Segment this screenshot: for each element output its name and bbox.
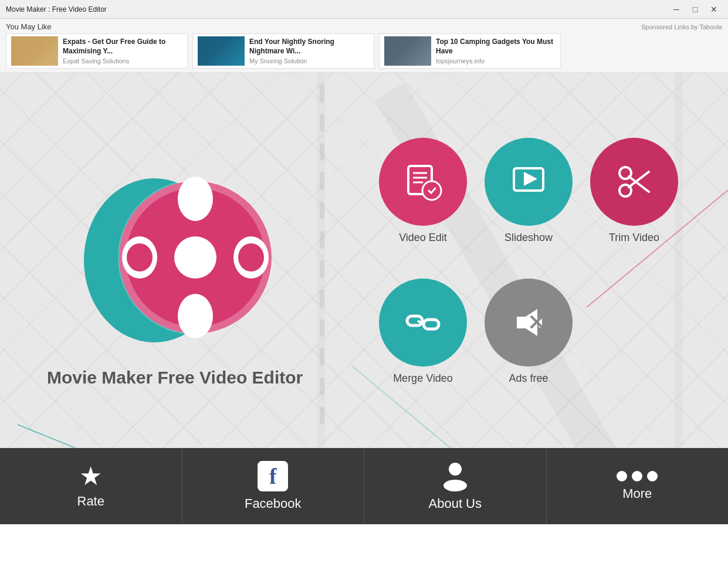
more-label: More xyxy=(622,486,652,501)
logo-graphic xyxy=(78,167,272,360)
svg-rect-12 xyxy=(320,378,324,395)
ad-item-1[interactable]: Expats - Get Our Free Guide to Maximisin… xyxy=(6,33,188,69)
svg-point-21 xyxy=(174,236,216,279)
rate-label: Rate xyxy=(77,494,104,509)
title-bar: Movie Maker : Free Video Editor ─ □ ✕ xyxy=(0,0,728,19)
about-us-icon xyxy=(440,461,470,491)
ad-bar: You May Like Sponsored Links by Taboola … xyxy=(0,19,728,73)
ads-free-button[interactable]: Ads free xyxy=(482,260,575,389)
trim-video-button[interactable]: Trim Video xyxy=(587,120,681,249)
dots-icon xyxy=(617,471,658,481)
merge-video-label: Merge Video xyxy=(393,372,453,385)
dot-2 xyxy=(632,471,642,481)
svg-rect-9 xyxy=(320,290,324,307)
facebook-icon: f xyxy=(258,461,288,491)
svg-rect-7 xyxy=(320,231,324,249)
ad-text-1: Expats - Get Our Free Guide to Maximisin… xyxy=(63,38,182,64)
trim-video-icon xyxy=(614,161,655,202)
slideshow-label: Slideshow xyxy=(504,232,553,244)
window-controls: ─ □ ✕ xyxy=(668,2,722,16)
slideshow-icon xyxy=(508,161,549,202)
video-edit-icon xyxy=(402,161,443,202)
slideshow-circle xyxy=(485,138,573,226)
about-us-button[interactable]: About Us xyxy=(364,448,547,524)
video-edit-circle xyxy=(379,138,467,226)
app-name-label: Movie Maker Free Video Editor xyxy=(47,366,303,389)
you-may-like-label: You May Like xyxy=(6,22,52,31)
ad-thumb-camping xyxy=(384,36,431,66)
main-content: Movie Maker Free Video Editor Video Edit xyxy=(0,73,728,448)
merge-video-icon xyxy=(402,302,443,343)
maximize-button[interactable]: □ xyxy=(687,2,703,16)
about-us-label: About Us xyxy=(429,496,482,511)
close-button[interactable]: ✕ xyxy=(706,2,722,16)
logo-svg xyxy=(78,167,272,354)
svg-point-48 xyxy=(449,463,462,476)
ad-title-1: Expats - Get Our Free Guide to Maximisin… xyxy=(63,38,182,56)
person-icon xyxy=(440,461,470,491)
more-button[interactable]: More xyxy=(547,448,729,524)
svg-rect-49 xyxy=(443,480,467,491)
ads-free-icon xyxy=(508,302,549,343)
ad-source-3: topsjourneys.info xyxy=(436,57,556,65)
merge-video-circle xyxy=(379,279,467,367)
svg-point-29 xyxy=(238,243,264,272)
svg-rect-5 xyxy=(320,172,324,190)
ad-header: You May Like Sponsored Links by Taboola xyxy=(6,22,722,31)
ad-item-2[interactable]: End Your Nightly Snoring Nightmare Wi...… xyxy=(192,33,374,69)
svg-rect-2 xyxy=(320,84,324,102)
ad-thumb-snoring xyxy=(198,36,245,66)
ad-items: Expats - Get Our Free Guide to Maximisin… xyxy=(6,33,722,69)
video-edit-button[interactable]: Video Edit xyxy=(376,120,470,249)
ad-title-2: End Your Nightly Snoring Nightmare Wi... xyxy=(249,38,369,56)
svg-rect-13 xyxy=(320,407,324,425)
trim-video-circle xyxy=(590,138,678,226)
ad-text-2: End Your Nightly Snoring Nightmare Wi...… xyxy=(249,38,369,64)
ad-thumb-expat xyxy=(11,36,58,66)
svg-marker-36 xyxy=(524,172,537,186)
facebook-button[interactable]: f Facebook xyxy=(182,448,365,524)
ad-source-1: Expat Saving Solutions xyxy=(63,57,182,65)
svg-point-34 xyxy=(422,181,441,200)
ads-free-label: Ads free xyxy=(509,372,548,385)
svg-rect-3 xyxy=(320,114,324,131)
feature-grid: Video Edit Slideshow xyxy=(376,120,681,389)
svg-rect-4 xyxy=(320,143,324,161)
svg-point-28 xyxy=(127,243,153,272)
minimize-button[interactable]: ─ xyxy=(668,2,685,16)
merge-video-button[interactable]: Merge Video xyxy=(376,260,470,389)
ad-item-3[interactable]: Top 10 Camping Gadgets You Must Have top… xyxy=(379,33,561,69)
svg-rect-0 xyxy=(317,73,325,448)
slideshow-button[interactable]: Slideshow xyxy=(482,120,575,249)
svg-rect-42 xyxy=(424,320,439,329)
facebook-label: Facebook xyxy=(245,496,302,511)
app-title: Movie Maker : Free Video Editor xyxy=(6,5,107,13)
ads-free-circle xyxy=(485,279,573,367)
svg-point-23 xyxy=(178,294,213,338)
sponsored-label: Sponsored Links by Taboola xyxy=(641,23,722,30)
trim-video-label: Trim Video xyxy=(609,232,659,244)
star-icon: ★ xyxy=(79,463,102,489)
svg-line-15 xyxy=(18,425,235,448)
svg-marker-44 xyxy=(517,309,537,336)
dot-1 xyxy=(617,471,627,481)
ad-text-3: Top 10 Camping Gadgets You Must Have top… xyxy=(436,38,556,64)
video-edit-label: Video Edit xyxy=(399,232,447,244)
svg-rect-10 xyxy=(320,319,324,337)
svg-rect-6 xyxy=(320,202,324,219)
logo-area: Movie Maker Free Video Editor xyxy=(47,167,303,389)
dot-3 xyxy=(647,471,658,481)
svg-rect-8 xyxy=(320,260,324,278)
bottom-bar: ★ Rate f Facebook About Us More xyxy=(0,448,728,524)
svg-point-22 xyxy=(178,177,213,221)
svg-rect-11 xyxy=(320,348,324,366)
ad-source-2: My Snoring Solution xyxy=(249,57,369,65)
ad-title-3: Top 10 Camping Gadgets You Must Have xyxy=(436,38,556,56)
rate-button[interactable]: ★ Rate xyxy=(0,448,182,524)
svg-rect-41 xyxy=(407,316,422,325)
